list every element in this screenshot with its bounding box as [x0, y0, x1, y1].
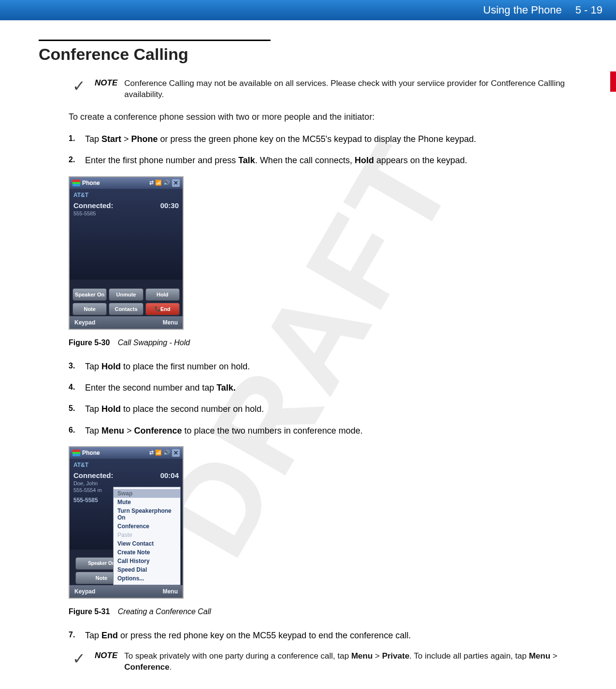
- text: appears on the keypad.: [374, 155, 467, 165]
- text: Tap: [85, 404, 101, 414]
- step-body: Tap Hold to place the second number on h…: [85, 403, 577, 415]
- bold-menu: Menu: [351, 651, 372, 661]
- steps-list-c: 7. Tap End or press the red phone key on…: [69, 630, 577, 641]
- system-tray-icons: ⇄ 📶 🔊: [149, 450, 170, 456]
- menu-item-swap[interactable]: Swap: [114, 489, 180, 498]
- step-number: 7.: [69, 630, 85, 640]
- step-5: 5. Tap Hold to place the second number o…: [69, 403, 577, 415]
- text: Tap: [85, 134, 101, 144]
- menu-item-call-history[interactable]: Call History: [114, 557, 180, 565]
- figure-title: Call Swapping - Hold: [118, 338, 190, 347]
- menu-item-create-note[interactable]: Create Note: [114, 548, 180, 557]
- speaker-on-button[interactable]: Speaker On: [72, 288, 107, 301]
- end-button[interactable]: 📞 End: [145, 303, 180, 315]
- menu-item-speed-dial[interactable]: Speed Dial: [114, 565, 180, 574]
- note-label: NOTE: [95, 651, 117, 673]
- carrier-label: AT&T: [73, 192, 179, 198]
- figure-label: Figure 5-30: [69, 338, 110, 347]
- menu-item-conference[interactable]: Conference: [114, 522, 180, 531]
- context-menu: Swap Mute Turn Speakerphone On Conferenc…: [113, 487, 181, 585]
- softkey-left[interactable]: Keypad: [74, 319, 95, 326]
- figure-title: Creating a Conference Call: [118, 607, 211, 616]
- softkey-right[interactable]: Menu: [163, 319, 178, 326]
- bold-hold: Hold: [355, 155, 374, 165]
- bold-conference: Conference: [124, 662, 170, 672]
- unmute-button[interactable]: Unmute: [109, 288, 143, 301]
- note-text: To speak privately with one party during…: [124, 651, 577, 673]
- note-label: NOTE: [95, 78, 117, 100]
- phone-titlebar: Phone ⇄ 📶 🔊 ✕: [70, 177, 183, 189]
- phone-screenshot-2: Phone ⇄ 📶 🔊 ✕ AT&T Connected: 00:04 Doe,…: [69, 446, 184, 599]
- phone-body: AT&T Connected: 00:30 555-5585: [70, 189, 183, 280]
- call-number: 555-5585: [73, 211, 179, 216]
- bold-phone: Phone: [131, 134, 158, 144]
- step-number: 1.: [69, 133, 85, 144]
- figure-caption-1: Figure 5-30 Call Swapping - Hold: [69, 338, 577, 347]
- menu-item-options[interactable]: Options...: [114, 574, 180, 583]
- step-number: 4.: [69, 382, 85, 393]
- close-icon: ✕: [172, 449, 180, 457]
- step-body: Enter the second number and tap Talk.: [85, 382, 577, 394]
- text: or press the red phone key on the MC55 k…: [118, 631, 411, 640]
- step-4: 4. Enter the second number and tap Talk.: [69, 382, 577, 394]
- carrier-label: AT&T: [73, 462, 179, 468]
- menu-item-speakerphone[interactable]: Turn Speakerphone On: [114, 506, 180, 522]
- app-title: Phone: [82, 450, 100, 456]
- note-block-1: ✓ NOTE Conference Calling may not be ava…: [72, 78, 577, 100]
- text: or press the green phone key on the MC55…: [158, 134, 476, 144]
- hold-button[interactable]: Hold: [145, 288, 180, 301]
- softkey-left[interactable]: Keypad: [74, 588, 95, 595]
- note-block-2: ✓ NOTE To speak privately with one party…: [72, 651, 577, 673]
- app-title: Phone: [82, 180, 100, 186]
- step-body: Tap End or press the red phone key on th…: [85, 630, 577, 641]
- phone-screenshot-1: Phone ⇄ 📶 🔊 ✕ AT&T Connected: 00:30 555-…: [69, 176, 184, 330]
- text: Tap: [85, 631, 101, 640]
- start-flag-icon: [72, 450, 80, 456]
- call-status: Connected:: [73, 471, 114, 479]
- bold-private: Private: [382, 651, 410, 661]
- note-button[interactable]: Note: [72, 303, 107, 315]
- text: >: [372, 651, 382, 661]
- menu-item-view-contact[interactable]: View Contact: [114, 539, 180, 548]
- text: to place the two numbers in conference m…: [182, 426, 363, 436]
- step-body: Tap Hold to place the first number on ho…: [85, 361, 577, 372]
- bold-talk: Talk.: [216, 383, 236, 393]
- text: Enter the second number and tap: [85, 383, 216, 393]
- softkey-right[interactable]: Menu: [163, 588, 178, 595]
- start-flag-icon: [72, 180, 80, 186]
- menu-item-mute[interactable]: Mute: [114, 498, 180, 506]
- page-header: Using the Phone 5 - 19: [0, 0, 616, 20]
- section-rule: [39, 40, 271, 41]
- text: Tap: [85, 362, 101, 371]
- text: Tap: [85, 426, 101, 436]
- step-1: 1. Tap Start > Phone or press the green …: [69, 133, 577, 145]
- note-text: Conference Calling may not be available …: [124, 78, 577, 100]
- step-number: 3.: [69, 361, 85, 371]
- step-body: Tap Menu > Conference to place the two n…: [85, 425, 577, 436]
- close-icon: ✕: [172, 179, 180, 187]
- check-icon: ✓: [72, 78, 95, 94]
- text: to place the second number on hold.: [121, 404, 264, 414]
- section-title: Conference Calling: [39, 45, 577, 64]
- step-body: Enter the first phone number and press T…: [85, 155, 577, 166]
- steps-list-a: 1. Tap Start > Phone or press the green …: [69, 133, 577, 167]
- bold-menu: Menu: [529, 651, 550, 661]
- softkey-bar: Keypad Menu: [70, 585, 183, 598]
- call-timer: 00:04: [160, 471, 179, 479]
- page-number: 5 - 19: [575, 4, 602, 16]
- end-label: End: [160, 306, 171, 312]
- chapter-title: Using the Phone: [483, 4, 562, 16]
- text: >: [550, 651, 558, 661]
- text: .: [170, 662, 172, 672]
- step-2: 2. Enter the first phone number and pres…: [69, 155, 577, 166]
- bold-hold: Hold: [101, 404, 121, 414]
- figure-5-30: Phone ⇄ 📶 🔊 ✕ AT&T Connected: 00:30 555-…: [69, 176, 577, 332]
- text: . To include all parties again, tap: [409, 651, 529, 661]
- softkey-bar: Keypad Menu: [70, 316, 183, 329]
- content-area: Conference Calling ✓ NOTE Conference Cal…: [0, 20, 616, 689]
- bold-end: End: [101, 631, 118, 640]
- step-number: 5.: [69, 403, 85, 414]
- contacts-button[interactable]: Contacts: [109, 303, 143, 315]
- bold-talk: Talk: [238, 155, 255, 165]
- step-body: Tap Start > Phone or press the green pho…: [85, 133, 577, 145]
